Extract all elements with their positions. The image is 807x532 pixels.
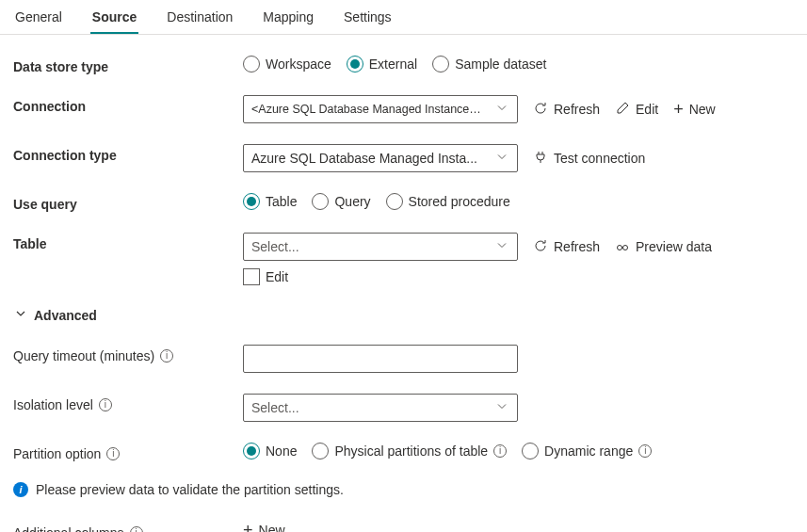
chevron-down-icon <box>494 238 509 256</box>
connection-refresh-label: Refresh <box>554 102 600 117</box>
tab-general[interactable]: General <box>13 6 64 34</box>
plug-icon <box>533 150 548 168</box>
isolation-placeholder: Select... <box>251 400 299 415</box>
glasses-icon <box>615 238 630 256</box>
connection-new-button[interactable]: + New <box>673 101 716 118</box>
radio-external[interactable]: External <box>347 56 417 73</box>
label-connection-type: Connection type <box>13 144 243 163</box>
table-dropdown[interactable]: Select... <box>243 233 518 261</box>
info-icon[interactable]: i <box>493 444 507 458</box>
table-edit-label: Edit <box>266 269 288 284</box>
plus-icon: + <box>673 101 684 118</box>
partition-info-text: Please preview data to validate the part… <box>36 482 344 497</box>
connection-dropdown[interactable]: <Azure SQL Database Managed Instance con… <box>243 95 518 123</box>
tab-mapping[interactable]: Mapping <box>261 6 315 34</box>
partition-info-message: i Please preview data to validate the pa… <box>13 482 794 497</box>
connection-type-value: Azure SQL Database Managed Insta... <box>251 151 477 166</box>
label-use-query: Use query <box>13 193 243 212</box>
radio-workspace[interactable]: Workspace <box>243 56 331 73</box>
connection-edit-label: Edit <box>636 102 658 117</box>
source-form: Data store type Workspace External Sampl… <box>0 35 807 532</box>
additional-columns-new-label: New <box>259 523 285 532</box>
tab-settings[interactable]: Settings <box>342 6 394 34</box>
preview-data-label: Preview data <box>636 239 712 254</box>
svg-point-0 <box>618 245 622 250</box>
radio-partition-none-label: None <box>266 443 297 459</box>
connection-new-label: New <box>689 102 716 117</box>
test-connection-button[interactable]: Test connection <box>533 150 645 168</box>
radio-use-stored-procedure[interactable]: Stored procedure <box>386 193 510 210</box>
tab-destination[interactable]: Destination <box>165 6 234 34</box>
info-icon[interactable]: i <box>99 398 112 411</box>
radio-partition-physical-label: Physical partitions of table <box>334 443 488 459</box>
radio-partition-dynamic[interactable]: Dynamic range i <box>522 443 652 459</box>
preview-data-button[interactable]: Preview data <box>615 238 712 256</box>
label-partition-option: Partition option i <box>13 443 243 461</box>
info-icon[interactable]: i <box>106 447 120 460</box>
label-data-store-type: Data store type <box>13 56 243 74</box>
radio-workspace-label: Workspace <box>266 56 331 72</box>
connection-edit-button[interactable]: Edit <box>615 101 658 119</box>
query-timeout-input[interactable] <box>243 345 518 373</box>
label-connection: Connection <box>13 95 243 114</box>
plus-icon: + <box>243 522 253 532</box>
advanced-label: Advanced <box>34 308 97 323</box>
advanced-toggle[interactable]: Advanced <box>13 306 794 324</box>
tab-bar: General Source Destination Mapping Setti… <box>0 0 807 35</box>
chevron-down-icon <box>494 101 509 119</box>
tab-source[interactable]: Source <box>90 6 138 34</box>
radio-partition-physical[interactable]: Physical partitions of table i <box>312 443 507 459</box>
chevron-down-icon <box>494 150 509 168</box>
test-connection-label: Test connection <box>554 151 645 166</box>
radio-use-table[interactable]: Table <box>243 193 297 210</box>
connection-refresh-button[interactable]: Refresh <box>533 101 600 119</box>
radio-partition-none[interactable]: None <box>243 443 297 459</box>
radio-use-query-label: Query <box>334 194 370 209</box>
radio-external-label: External <box>369 56 417 72</box>
radio-use-table-label: Table <box>266 194 297 209</box>
radio-sample-dataset[interactable]: Sample dataset <box>432 56 546 73</box>
radio-partition-dynamic-label: Dynamic range <box>544 443 633 459</box>
table-edit-checkbox[interactable]: Edit <box>243 268 288 285</box>
label-query-timeout: Query timeout (minutes) i <box>13 345 243 363</box>
radio-use-sp-label: Stored procedure <box>409 194 510 209</box>
connection-type-dropdown[interactable]: Azure SQL Database Managed Insta... <box>243 144 518 172</box>
info-icon[interactable]: i <box>160 349 173 363</box>
pencil-icon <box>615 101 630 119</box>
table-refresh-label: Refresh <box>554 239 600 254</box>
info-icon[interactable]: i <box>638 444 652 458</box>
info-icon[interactable]: i <box>130 526 143 532</box>
refresh-icon <box>533 101 548 119</box>
svg-point-1 <box>623 245 628 250</box>
info-filled-icon: i <box>13 482 28 497</box>
chevron-down-icon <box>494 399 509 417</box>
table-placeholder: Select... <box>251 239 299 254</box>
label-isolation-level: Isolation level i <box>13 394 243 412</box>
connection-value: <Azure SQL Database Managed Instance con… <box>251 103 481 116</box>
label-additional-columns: Additional columns i <box>13 522 243 532</box>
chevron-down-icon <box>13 306 28 324</box>
isolation-level-dropdown[interactable]: Select... <box>243 394 518 422</box>
table-refresh-button[interactable]: Refresh <box>533 238 600 256</box>
radio-use-query[interactable]: Query <box>312 193 370 210</box>
label-table: Table <box>13 233 243 251</box>
radio-sample-label: Sample dataset <box>455 56 546 72</box>
additional-columns-new-button[interactable]: + New <box>243 522 285 532</box>
refresh-icon <box>533 238 548 256</box>
